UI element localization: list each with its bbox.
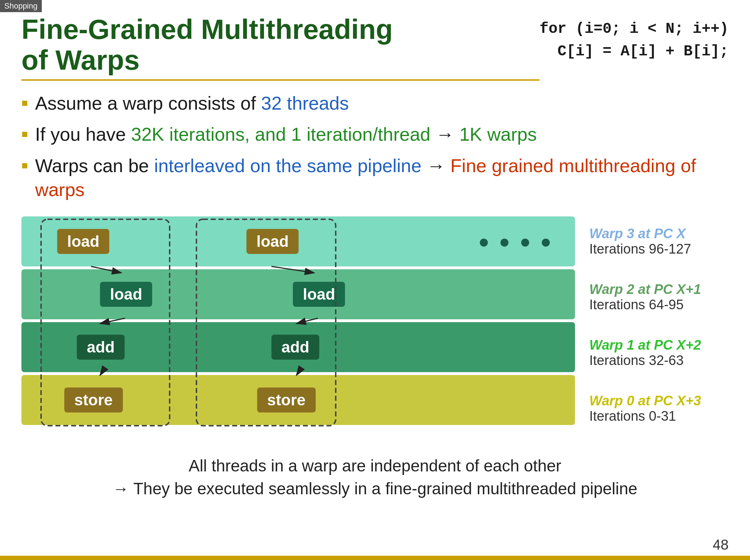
dots-row1: ● ● ● ● (478, 231, 554, 252)
code-block: for (i=0; i < N; i++) C[i] = A[i] + B[i]… (540, 14, 729, 63)
header: Fine-Grained Multithreading of Warps for… (21, 14, 729, 81)
op-load-1b: load (246, 229, 299, 254)
slide: Shopping Fine-Grained Multithreading of … (0, 0, 750, 560)
bullets: ■ Assume a warp consists of 32 threads ■… (21, 91, 729, 202)
warp0-title: Warp 0 at PC X+3 (589, 393, 739, 409)
bullet-item-1: ■ Assume a warp consists of 32 threads (21, 91, 729, 116)
warp-label-warp1: Warp 1 at PC X+2 Iterations 32-63 (589, 328, 739, 378)
diagram-area: load load ● ● ● ● load load add add stor… (21, 216, 729, 436)
pipeline-row-load1: load load ● ● ● ● (21, 216, 575, 266)
title-block: Fine-Grained Multithreading of Warps (21, 14, 540, 81)
op-add-2: add (271, 335, 319, 360)
pipeline-row-add: add add (21, 322, 575, 372)
caption: All threads in a warp are independent of… (21, 454, 729, 500)
bullet-icon-3: ■ (21, 158, 28, 172)
bullet-item-3: ■ Warps can be interleaved on the same p… (21, 154, 729, 202)
title-line1: Fine-Grained Multithreading (21, 14, 540, 45)
op-load-2b: load (293, 282, 345, 307)
warp3-title: Warp 3 at PC X (589, 226, 739, 241)
op-store-1: store (64, 388, 123, 412)
warp-label-warp2: Warp 2 at PC X+1 Iterations 64-95 (589, 272, 739, 322)
pipeline-rows: load load ● ● ● ● load load add add stor… (21, 216, 575, 425)
bullet-icon-2: ■ (21, 127, 28, 141)
op-store-2: store (257, 388, 316, 412)
shopping-tag: Shopping (0, 0, 42, 12)
pipeline-row-store: store store (21, 375, 575, 425)
code-line2: C[i] = A[i] + B[i]; (540, 40, 729, 63)
bottom-bar (0, 556, 750, 560)
warp2-title: Warp 2 at PC X+1 (589, 282, 739, 297)
bullet-icon-1: ■ (21, 96, 28, 110)
warp1-iters: Iterations 32-63 (589, 353, 739, 368)
code-line1: for (i=0; i < N; i++) (540, 18, 729, 40)
bullet-item-2: ■ If you have 32K iterations, and 1 iter… (21, 122, 729, 147)
warp-labels: Warp 3 at PC X Iterations 96-127 Warp 2 … (589, 216, 739, 436)
warp0-iters: Iterations 0-31 (589, 409, 739, 424)
highlight-32k: 32K iterations, and 1 iteration/thread (131, 124, 430, 145)
bullet-text-2: If you have 32K iterations, and 1 iterat… (35, 122, 537, 147)
title-line2: of Warps (21, 45, 540, 81)
pipeline-row-load2: load load (21, 269, 575, 319)
op-load-2a: load (100, 282, 152, 307)
page-number: 48 (713, 537, 729, 553)
warp1-title: Warp 1 at PC X+2 (589, 338, 739, 353)
pipeline-wrapper: load load ● ● ● ● load load add add stor… (21, 216, 575, 428)
warp-label-warp3: Warp 3 at PC X Iterations 96-127 (589, 216, 739, 266)
warp-label-warp0: Warp 0 at PC X+3 Iterations 0-31 (589, 384, 739, 434)
warp2-iters: Iterations 64-95 (589, 297, 739, 312)
caption-line1: All threads in a warp are independent of… (21, 454, 729, 477)
highlight-1k-warps: 1K warps (459, 124, 537, 145)
warp3-iters: Iterations 96-127 (589, 241, 739, 257)
bullet-text-3: Warps can be interleaved on the same pip… (35, 154, 729, 202)
caption-line2: → They be executed seamlessly in a fine-… (21, 477, 729, 500)
bullet-text-1: Assume a warp consists of 32 threads (35, 91, 349, 116)
op-load-1a: load (57, 229, 109, 254)
op-add-1: add (77, 335, 125, 360)
highlight-32threads: 32 threads (261, 93, 349, 114)
highlight-interleaved: interleaved on the same pipeline (154, 155, 421, 176)
